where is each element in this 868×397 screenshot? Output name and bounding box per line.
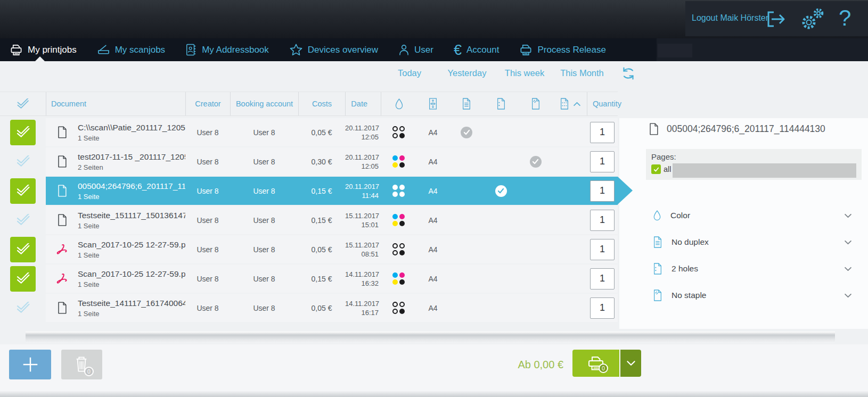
tab-user[interactable]: User	[398, 44, 433, 56]
costs-cell: 0,30 €	[298, 158, 345, 166]
column-header-creator[interactable]: Creator	[185, 92, 230, 115]
print-button[interactable]: 0	[572, 350, 619, 377]
chevron-down-icon[interactable]	[844, 267, 852, 271]
logout-button[interactable]: Logout Maik Hörster	[692, 13, 768, 23]
duplex-icon	[652, 236, 663, 249]
date-cell: 14.11.2017 16:32	[345, 270, 381, 288]
chevron-up-icon[interactable]	[573, 102, 581, 106]
color-mode-dots	[392, 302, 405, 314]
option-duplex[interactable]: No duplex	[646, 229, 862, 255]
table-row[interactable]: Scan_2017-10-25 12-27-59.pdf 1 Seite Use…	[0, 264, 618, 293]
costs-cell: 0,15 €	[298, 275, 345, 283]
pages-all-checkbox[interactable]	[651, 164, 661, 174]
table-row[interactable]: Testseite_141117_161740064 1 Seite User …	[0, 294, 618, 322]
option-staple[interactable]: No staple	[646, 282, 862, 309]
pages-range-input	[673, 163, 856, 178]
table-row[interactable]: test2017-11-15 _201117_1205... 2 Seiten …	[0, 147, 618, 176]
quantity-input[interactable]: 1	[590, 268, 615, 290]
table-row[interactable]: C:\\scan\\Patie_201117_1205... 1 Seite U…	[0, 118, 618, 146]
select-all-checkbox[interactable]	[0, 92, 46, 115]
table-row[interactable]: Testseite_151117_150136147 1 Seite User …	[0, 206, 618, 234]
filter-this-month[interactable]: This Month	[553, 68, 611, 78]
pdf-icon	[56, 273, 68, 285]
time-value: 11:44	[345, 191, 379, 200]
duplex-cell	[449, 214, 484, 226]
column-header-date[interactable]: Date	[345, 92, 381, 115]
column-header-quantity[interactable]: Quantity	[587, 92, 618, 115]
row-checkbox[interactable]	[0, 264, 46, 293]
help-icon[interactable]: ?	[839, 5, 851, 31]
row-checkbox[interactable]	[0, 235, 46, 263]
footer-toolbar: 0 Ab 0,00 € 0	[0, 344, 868, 397]
option-holes[interactable]: 2 holes	[646, 255, 862, 282]
option-color[interactable]: Color	[646, 202, 862, 229]
quantity-input[interactable]: 1	[590, 122, 615, 143]
document-type-cell	[46, 273, 78, 285]
column-header-color[interactable]	[381, 92, 416, 115]
row-checkbox[interactable]	[0, 206, 46, 234]
column-header-duplex[interactable]	[449, 92, 484, 115]
double-check-icon	[15, 185, 31, 197]
paper-format-cell: A4	[416, 245, 449, 254]
tab-label: My printjobs	[28, 45, 77, 55]
user-icon	[398, 44, 410, 56]
row-checkbox[interactable]	[0, 177, 46, 205]
column-header-staple[interactable]	[518, 92, 553, 115]
plus-icon	[20, 354, 40, 375]
horizontal-scrollbar[interactable]	[26, 332, 835, 343]
holes-cell	[484, 244, 518, 255]
tab-my-printjobs[interactable]: My printjobs	[10, 44, 77, 56]
filter-yesterday[interactable]: Yesterday	[438, 68, 496, 78]
option-label: 2 holes	[672, 264, 698, 274]
row-checkbox[interactable]	[0, 118, 46, 146]
document-name: 005004;264796;6_201117_114...	[78, 181, 185, 191]
duplex-cell	[449, 244, 484, 255]
document-type-cell	[46, 301, 78, 315]
bottom-scrollbar[interactable]	[0, 391, 868, 397]
holes-cell	[484, 302, 518, 314]
settings-gear-icon[interactable]	[799, 7, 825, 31]
row-checkbox[interactable]	[0, 147, 46, 176]
tab-devices-overview[interactable]: Devices overview	[289, 43, 378, 56]
column-header-format[interactable]	[416, 92, 449, 115]
quantity-cell: 1	[587, 122, 618, 143]
holes-cell	[484, 185, 518, 197]
filter-today[interactable]: Today	[381, 68, 438, 78]
quantity-input[interactable]: 1	[590, 239, 615, 260]
tab-account[interactable]: € Account	[454, 44, 499, 56]
tab-my-addressbook[interactable]: My Addressbook	[185, 43, 269, 56]
tab-my-scanjobs[interactable]: My scanjobs	[97, 44, 165, 56]
date-cell: 20.11.2017 12:05	[345, 123, 381, 142]
quantity-cell: 1	[587, 180, 618, 202]
column-header-document[interactable]: Document	[46, 92, 185, 115]
date-cell: 20.11.2017 12:05	[345, 153, 381, 171]
delete-button[interactable]: 0	[61, 350, 102, 379]
table-row[interactable]: 005004;264796;6_201117_114... 1 Seite Us…	[0, 177, 618, 205]
chevron-down-icon[interactable]	[844, 213, 852, 218]
option-label: No duplex	[672, 237, 709, 247]
row-checkbox[interactable]	[0, 294, 46, 322]
booking-account-cell: User 8	[230, 304, 298, 312]
print-options-dropdown[interactable]	[620, 350, 641, 377]
refresh-icon[interactable]	[620, 66, 636, 81]
add-job-button[interactable]	[9, 350, 51, 379]
column-header-booking-account[interactable]: Booking account	[230, 92, 298, 115]
chevron-down-icon[interactable]	[844, 240, 852, 245]
color-drop-icon	[394, 98, 404, 110]
column-header-costs[interactable]: Costs	[298, 92, 345, 115]
column-header-holes[interactable]	[484, 92, 518, 115]
quantity-input[interactable]: 1	[590, 151, 615, 172]
chevron-down-icon	[626, 360, 636, 366]
holes-icon	[496, 97, 506, 110]
tab-process-release[interactable]: Process Release	[519, 44, 606, 56]
chevron-down-icon[interactable]	[844, 293, 852, 298]
quantity-input[interactable]: 1	[590, 297, 615, 319]
duplex-cell	[449, 185, 484, 197]
quantity-input[interactable]: 1	[590, 210, 615, 231]
quantity-input[interactable]: 1	[590, 180, 615, 202]
tab-label: My scanjobs	[115, 45, 165, 55]
logout-icon[interactable]	[766, 10, 787, 28]
column-header-fold[interactable]	[553, 92, 587, 115]
table-row[interactable]: Scan_2017-10-25 12-27-59.pdf 1 Seite Use…	[0, 235, 618, 263]
filter-this-week[interactable]: This week	[496, 68, 553, 78]
